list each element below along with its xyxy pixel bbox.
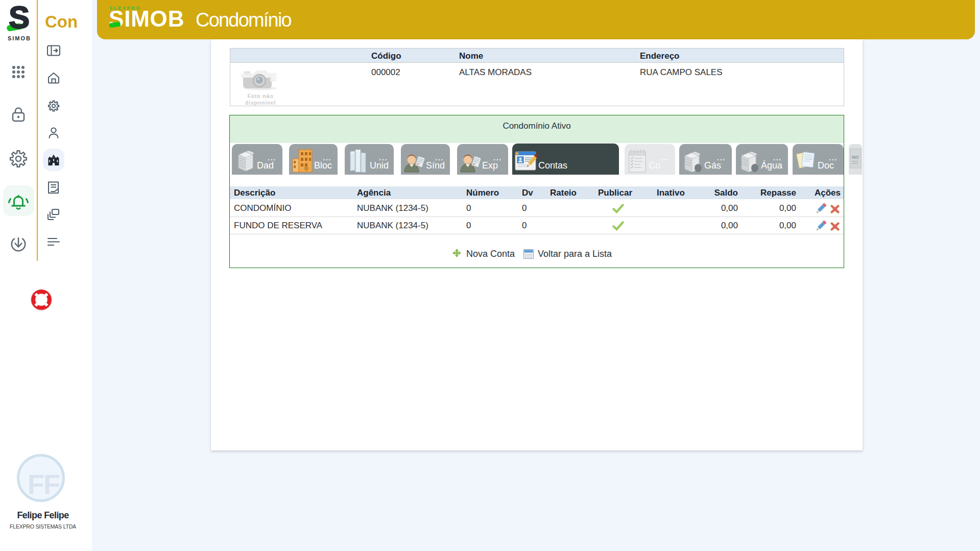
svg-text:S: S — [9, 0, 30, 35]
svg-text:NO: NO — [852, 155, 859, 160]
